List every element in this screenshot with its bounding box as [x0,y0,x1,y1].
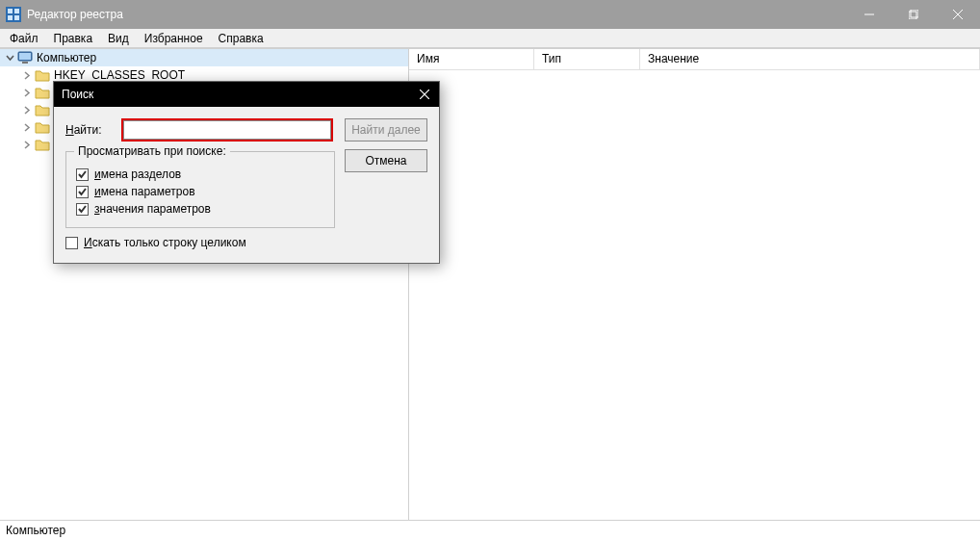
checkbox-data[interactable] [76,203,89,216]
svg-rect-2 [14,9,19,13]
list-pane[interactable]: Имя Тип Значение [409,49,980,520]
svg-rect-3 [8,15,13,20]
svg-rect-7 [911,10,918,17]
dialog-title: Поиск [62,88,410,101]
close-button[interactable] [936,0,980,29]
look-at-group: Просматривать при поиске: имена разделов… [65,151,335,228]
folder-icon [35,137,50,152]
svg-rect-4 [14,15,19,20]
regedit-icon [6,7,21,22]
folder-icon [35,102,50,117]
find-dialog: Поиск Найти: Просматривать при поиске: [53,81,440,264]
checkbox-keys-label[interactable]: имена разделов [94,167,181,181]
search-input-highlight [121,118,333,141]
svg-rect-11 [19,53,31,60]
dialog-close-button[interactable] [410,82,439,107]
tree-root-label: Компьютер [37,51,96,64]
computer-icon [17,50,33,65]
window-title: Редактор реестра [27,8,847,21]
svg-rect-6 [909,12,916,19]
folder-icon [35,85,50,100]
search-input[interactable] [123,120,331,140]
status-path: Компьютер [6,524,65,537]
chevron-right-icon[interactable] [21,106,33,115]
menubar: Файл Правка Вид Избранное Справка [0,29,980,48]
cancel-button[interactable]: Отмена [345,149,427,172]
checkbox-values-label[interactable]: имена параметров [94,185,195,198]
list-header: Имя Тип Значение [409,49,980,70]
minimize-button[interactable] [847,0,891,29]
statusbar: Компьютер [0,520,980,539]
menu-help[interactable]: Справка [211,30,271,47]
folder-icon [35,67,50,83]
tree-root-computer[interactable]: Компьютер [0,49,408,66]
checkbox-keys[interactable] [76,168,89,181]
window-titlebar: Редактор реестра [0,0,980,29]
chevron-right-icon[interactable] [21,141,33,149]
look-at-legend: Просматривать при поиске: [74,144,230,158]
svg-rect-1 [8,9,13,13]
dialog-titlebar[interactable]: Поиск [54,82,439,107]
folder-icon [35,119,50,135]
chevron-right-icon[interactable] [21,123,33,132]
menu-favorites[interactable]: Избранное [137,30,211,47]
svg-rect-12 [22,62,28,64]
checkbox-values[interactable] [76,186,89,198]
checkbox-whole-string[interactable] [65,237,78,249]
window-controls [847,0,980,29]
menu-view[interactable]: Вид [100,30,137,47]
find-next-button[interactable]: Найти далее [345,118,427,141]
column-header-value[interactable]: Значение [640,49,980,69]
column-header-name[interactable]: Имя [409,49,534,69]
chevron-down-icon[interactable] [4,54,15,63]
column-header-type[interactable]: Тип [534,49,640,69]
tree-node-label: HKEY_CLASSES_ROOT [54,68,185,82]
checkbox-whole-string-label[interactable]: Искать только строку целиком [84,236,246,249]
chevron-right-icon[interactable] [21,71,33,80]
menu-file[interactable]: Файл [2,30,46,47]
checkbox-data-label[interactable]: значения параметров [94,202,211,216]
menu-edit[interactable]: Правка [46,30,101,47]
maximize-button[interactable] [891,0,936,29]
chevron-right-icon[interactable] [21,89,33,97]
find-label: Найти: [65,123,121,137]
